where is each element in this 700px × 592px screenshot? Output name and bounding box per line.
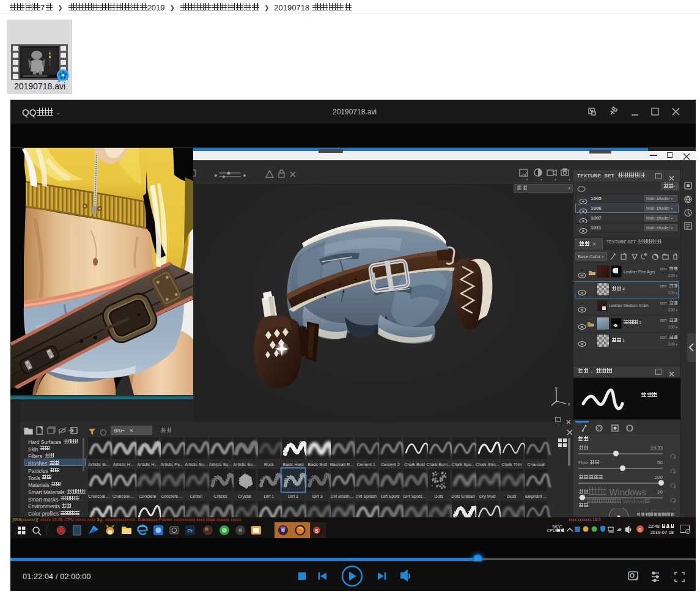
svg-text:Basmati R...: Basmati R...: [330, 462, 353, 467]
svg-text:x: x: [568, 402, 570, 406]
svg-text:Charcoal ...: Charcoal ...: [88, 494, 110, 498]
svg-text:Dots: Dots: [435, 494, 444, 498]
svg-text:Chalk Burn...: Chalk Burn...: [427, 462, 452, 467]
svg-text:y: y: [555, 386, 558, 391]
svg-text:Dry Mud: Dry Mud: [479, 494, 496, 499]
svg-text:Chalk Spo...: Chalk Spo...: [451, 462, 474, 467]
svg-text:Crystal: Crystal: [238, 494, 251, 499]
svg-text:Chalk Thin: Chalk Thin: [501, 462, 521, 467]
svg-text:Cement 2: Cement 2: [381, 462, 399, 467]
svg-text:Dust: Dust: [507, 494, 516, 498]
svg-text:Artistic Pa...: Artistic Pa...: [160, 462, 183, 467]
svg-text:Cement 1: Cement 1: [357, 462, 375, 467]
svg-text:Charcoal: Charcoal: [528, 462, 545, 467]
svg-text:Basic Soft: Basic Soft: [308, 462, 328, 467]
svg-text:Cotton: Cotton: [190, 494, 202, 498]
svg-text:Dirt Brush...: Dirt Brush...: [331, 494, 353, 498]
svg-text:Artistic So...: Artistic So...: [209, 462, 232, 467]
svg-text:Dirt Splash: Dirt Splash: [356, 494, 377, 499]
svg-text:Artistic So...: Artistic So...: [234, 462, 256, 467]
svg-text:Chalk Stro...: Chalk Stro...: [476, 462, 499, 467]
svg-text:Pr: Pr: [188, 528, 193, 534]
svg-text:Dirt 3: Dirt 3: [312, 494, 323, 498]
svg-text:Artistic H...: Artistic H...: [113, 462, 134, 467]
svg-text:Basic Hard: Basic Hard: [282, 462, 303, 467]
svg-text:Concrete ...: Concrete ...: [161, 494, 183, 498]
svg-text:Elephant ...: Elephant ...: [525, 494, 547, 499]
svg-text:Dots Erased: Dots Erased: [451, 494, 475, 498]
svg-text:Dirt 1: Dirt 1: [264, 494, 274, 498]
svg-text:Cracks: Cracks: [214, 494, 227, 498]
svg-text:Dirt Spots: Dirt Spots: [381, 494, 400, 499]
svg-text:Charcoal ...: Charcoal ...: [112, 494, 134, 498]
svg-text:Artistic H...: Artistic H...: [137, 462, 158, 467]
svg-text:Artistic So...: Artistic So...: [185, 462, 207, 467]
svg-text:S: S: [315, 528, 319, 534]
svg-text:Chalk Bold: Chalk Bold: [404, 462, 425, 467]
svg-text:Dirt 2: Dirt 2: [288, 494, 298, 498]
svg-text:Concrete: Concrete: [139, 494, 157, 498]
svg-text:Dirt Spots...: Dirt Spots...: [403, 494, 426, 499]
svg-text:Rock: Rock: [264, 462, 274, 467]
svg-text:Artistic Br...: Artistic Br...: [88, 462, 109, 467]
